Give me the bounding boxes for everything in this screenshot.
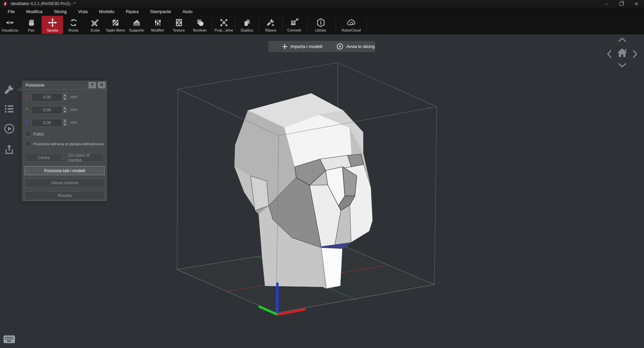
- y-unit-label: mm: [70, 107, 77, 112]
- on-plate-button[interactable]: Sul piano di stampa: [68, 153, 104, 162]
- position-panel: Posizione ? ✕ X mm Y mm Z mm Pollici Pos…: [21, 80, 108, 202]
- toolbar-duplica[interactable]: Duplica: [236, 16, 258, 34]
- raisecloud-cloud-icon: [346, 17, 356, 28]
- menu-bar: File Modifica Slicing Vista Modello Ripa…: [0, 7, 644, 16]
- toolbar-supporto[interactable]: Supporto: [126, 16, 147, 34]
- toolbar-library[interactable]: Library: [310, 16, 331, 34]
- home-icon[interactable]: [616, 47, 628, 58]
- menu-stampante[interactable]: Stampante: [144, 7, 177, 16]
- toolbar-scala[interactable]: Scala: [84, 16, 106, 34]
- toolbar-raisecloud[interactable]: RaiseCloud: [340, 16, 362, 34]
- spin-down-icon[interactable]: [62, 97, 67, 100]
- z-spinner[interactable]: [62, 119, 67, 126]
- toolbar-visualizza[interactable]: Visualizza: [0, 16, 20, 34]
- title-bar: ideaMaker 4.2.1 (RAISE3D Pro2) - * – ✕: [0, 0, 644, 7]
- menu-file[interactable]: File: [2, 7, 20, 16]
- toolbar-prop-massime[interactable]: Prop...sime: [213, 16, 234, 34]
- spin-up-icon[interactable]: [62, 93, 67, 97]
- toolbar-pan[interactable]: Pan: [20, 16, 42, 34]
- toolbar-ruota[interactable]: Ruota: [63, 16, 84, 34]
- ideamaker-window: { "window": { "title": "ideaMaker 4.2.1 …: [0, 0, 644, 348]
- z-position-input[interactable]: [31, 119, 63, 127]
- boolean-shapes-icon: [196, 17, 205, 28]
- wrench-icon[interactable]: [4, 84, 15, 95]
- toolbar-texture[interactable]: Texture: [168, 16, 190, 34]
- repair-wrench-icon: [266, 17, 275, 28]
- toolbar-modifier[interactable]: Modifier: [147, 16, 168, 34]
- x-spinner[interactable]: [62, 93, 67, 101]
- play-icon: [337, 43, 343, 50]
- panel-pointer: [17, 87, 21, 92]
- help-button[interactable]: ?: [89, 82, 96, 88]
- toolbar-separator: [282, 18, 283, 33]
- place-all-models-button[interactable]: Posiziona tutti i modelli: [24, 166, 105, 175]
- support-icon: [132, 17, 141, 28]
- rotate-icon: [69, 17, 78, 28]
- toolbar-ripara[interactable]: Ripara: [260, 16, 281, 34]
- play-icon[interactable]: [4, 123, 15, 134]
- chevron-right-icon[interactable]: [633, 50, 638, 58]
- start-slicing-button[interactable]: Avvia lo slicing: [337, 41, 375, 52]
- list-icon[interactable]: [4, 103, 15, 114]
- menu-modifica[interactable]: Modifica: [20, 7, 48, 16]
- chevron-down-icon[interactable]: [618, 62, 627, 68]
- x-unit-label: mm: [70, 95, 77, 99]
- toolbar-separator: [259, 18, 259, 33]
- toolbar-boolean[interactable]: Boolean: [189, 16, 211, 34]
- axis-x-label: X: [25, 94, 28, 99]
- spin-up-icon[interactable]: [62, 119, 67, 122]
- window-title: ideaMaker 4.2.1 (RAISE3D Pro2) - *: [11, 1, 599, 6]
- position-panel-header: Posizione ? ✕: [22, 81, 107, 90]
- keyboard-icon[interactable]: [3, 335, 15, 343]
- toolbar-connetti[interactable]: Connetti: [283, 16, 305, 34]
- inches-checkbox-row: Pollici: [25, 132, 44, 137]
- connect-printer-icon: [290, 17, 299, 28]
- inches-checkbox[interactable]: [25, 132, 31, 137]
- axis-z-label: Z: [25, 120, 28, 125]
- plus-icon: [282, 44, 287, 49]
- free-cut-icon: [111, 17, 120, 28]
- extruder-area-checkbox[interactable]: [25, 141, 31, 146]
- import-models-button[interactable]: Importa i modelli: [268, 41, 336, 52]
- action-bar: Importa i modelli Avvia lo slicing: [268, 41, 375, 52]
- menu-slicing[interactable]: Slicing: [48, 7, 72, 16]
- align-together-button[interactable]: Allinea insieme: [24, 179, 105, 187]
- menu-ripara[interactable]: Ripara: [120, 7, 144, 16]
- x-position-input[interactable]: [31, 93, 63, 101]
- reset-button[interactable]: Resetta: [24, 191, 105, 200]
- toolbar-separator: [235, 18, 235, 33]
- chevron-left-icon[interactable]: [606, 50, 612, 58]
- spin-down-icon[interactable]: [62, 110, 67, 113]
- move-icon: [48, 17, 57, 28]
- extruder-area-checkbox-row: Posiziona nell'area di stampa dell'estru…: [25, 141, 104, 146]
- restore-icon: [620, 2, 623, 6]
- y-position-input[interactable]: [31, 106, 63, 114]
- toolbar-taglio-libero[interactable]: Taglio libero: [105, 16, 126, 34]
- panel-title: Posizione: [25, 83, 87, 88]
- scale-icon: [91, 17, 100, 28]
- toolbar-separator: [366, 18, 367, 33]
- panel-close-button[interactable]: ✕: [98, 82, 105, 88]
- spin-up-icon[interactable]: [62, 106, 67, 109]
- tool-bar: Visualizza Pan Sposta Ruota Scala Taglio…: [0, 16, 644, 34]
- spin-down-icon[interactable]: [62, 122, 67, 126]
- export-icon[interactable]: [4, 144, 15, 155]
- y-spinner[interactable]: [62, 106, 67, 113]
- menu-vista[interactable]: Vista: [72, 7, 94, 16]
- center-button[interactable]: Centra: [25, 153, 62, 162]
- chevron-up-icon[interactable]: [618, 37, 627, 42]
- menu-modello[interactable]: Modello: [93, 7, 120, 16]
- library-hexagon-icon: [316, 17, 325, 28]
- max-size-icon: [219, 17, 228, 28]
- toolbar-separator: [212, 18, 212, 33]
- z-unit-label: mm: [70, 120, 77, 125]
- restore-button[interactable]: [614, 0, 629, 7]
- texture-checker-icon: [174, 17, 183, 28]
- toolbar-sposta[interactable]: Sposta: [42, 16, 63, 34]
- toolbar-separator: [336, 18, 336, 33]
- menu-aiuto[interactable]: Aiuto: [177, 7, 198, 16]
- minimize-button[interactable]: –: [599, 0, 614, 7]
- close-button[interactable]: ✕: [629, 0, 644, 7]
- toolbar-separator: [307, 18, 308, 33]
- eye-icon: [5, 17, 14, 28]
